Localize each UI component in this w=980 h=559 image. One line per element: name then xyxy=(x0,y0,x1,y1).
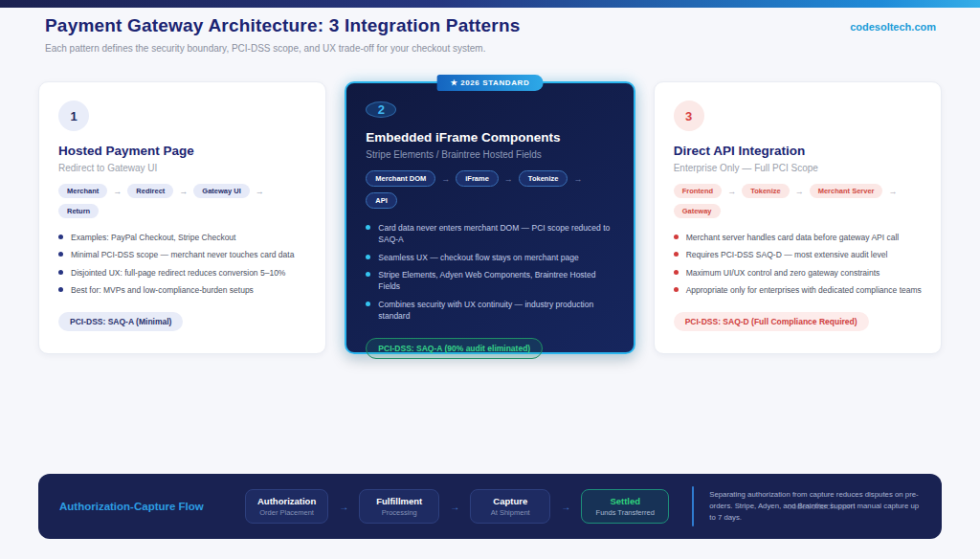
flow-chip: Merchant DOM xyxy=(366,170,435,187)
bullet-item: Maximum UI/UX control and zero gateway c… xyxy=(674,267,922,279)
compliance-badge: PCI-DSS: SAQ-D (Full Compliance Required… xyxy=(674,312,869,331)
bullet-dot xyxy=(366,272,370,277)
bullet-item: Examples: PayPal Checkout, Stripe Checko… xyxy=(58,232,306,243)
pattern-card-direct-api: 3 Direct API Integration Enterprise Only… xyxy=(654,81,942,354)
bullet-dot xyxy=(674,270,679,275)
bullet-list: Examples: PayPal Checkout, Stripe Checko… xyxy=(58,232,306,302)
bullet-text: Requires PCI-DSS SAQ-D — most extensive … xyxy=(686,249,888,260)
step-subtitle: Processing xyxy=(371,508,427,517)
header: Payment Gateway Architecture: 3 Integrat… xyxy=(45,15,936,54)
flow-chip: API xyxy=(366,192,397,209)
vertical-divider xyxy=(692,486,694,526)
bullet-item: Merchant server handles card data before… xyxy=(674,232,922,243)
flow-step-settled: Settled Funds Transferred xyxy=(581,489,669,524)
bullet-dot xyxy=(58,287,63,292)
bullet-text: Disjointed UX: full-page redirect reduce… xyxy=(71,267,285,279)
bullet-text: Examples: PayPal Checkout, Stripe Checko… xyxy=(71,232,235,243)
step-title: Fulfillment xyxy=(371,496,427,506)
bullet-item: Appropriate only for enterprises with de… xyxy=(674,284,922,296)
step-subtitle: Funds Transferred xyxy=(593,508,657,517)
card-number-badge: 2 xyxy=(366,101,396,118)
bullet-item: Minimal PCI-DSS scope — merchant never t… xyxy=(58,249,306,260)
arrow-icon: → xyxy=(113,187,122,196)
page: Payment Gateway Architecture: 3 Integrat… xyxy=(0,0,980,559)
flow-chip: iFrame xyxy=(456,170,499,187)
bullet-item: Stripe Elements, Adyen Web Components, B… xyxy=(366,269,613,293)
flow-chip-row: Frontend → Tokenize → Merchant Server → … xyxy=(674,184,922,218)
bullet-list: Merchant server handles card data before… xyxy=(674,232,922,302)
flow-chip: Tokenize xyxy=(742,184,790,198)
flow-chip-row: Merchant DOM → iFrame → Tokenize → API xyxy=(366,170,613,209)
bullet-text: Merchant server handles card data before… xyxy=(686,232,900,243)
flow-chip: Tokenize xyxy=(519,170,568,187)
flow-chip: Gateway UI xyxy=(193,184,249,198)
flow-bar-label: Authorization-Capture Flow xyxy=(59,501,230,512)
card-title: Embedded iFrame Components xyxy=(366,130,613,145)
bullet-text: Minimal PCI-DSS scope — merchant never t… xyxy=(71,249,294,260)
flow-step-authorization: Authorization Order Placement xyxy=(245,489,328,524)
card-number-badge: 1 xyxy=(58,101,89,131)
bullet-text: Stripe Elements, Adyen Web Components, B… xyxy=(378,269,613,293)
top-accent-bar xyxy=(0,0,980,8)
bullet-text: Combines security with UX continuity — i… xyxy=(378,299,613,323)
card-subtitle: Redirect to Gateway UI xyxy=(58,163,306,173)
compliance-badge: PCI-DSS: SAQ-A (90% audit eliminated) xyxy=(366,338,543,359)
bullet-text: Appropriate only for enterprises with de… xyxy=(686,284,922,296)
flow-note-wrap: Separating authorization from capture re… xyxy=(709,489,924,524)
arrow-icon: → xyxy=(179,187,188,196)
bullet-dot xyxy=(366,302,370,306)
bullet-item: Disjointed UX: full-page redirect reduce… xyxy=(58,267,306,279)
arrow-icon: → xyxy=(888,187,897,196)
bullet-text: Maximum UI/UX control and zero gateway c… xyxy=(686,267,880,279)
bullet-dot xyxy=(674,287,679,292)
flow-steps: Authorization Order Placement → Fulfillm… xyxy=(245,489,669,524)
pattern-card-hosted-payment-page: 1 Hosted Payment Page Redirect to Gatewa… xyxy=(38,81,326,354)
bullet-item: Requires PCI-DSS SAQ-D — most extensive … xyxy=(674,249,922,260)
arrow-icon: → xyxy=(561,502,570,512)
flow-chip: Frontend xyxy=(674,184,723,198)
bullet-dot xyxy=(366,255,370,259)
flow-note: Separating authorization from capture re… xyxy=(709,489,924,524)
card-subtitle: Enterprise Only — Full PCI Scope xyxy=(674,163,922,173)
flow-step-capture: Capture At Shipment xyxy=(470,489,550,524)
step-title: Authorization xyxy=(257,496,316,506)
step-title: Settled xyxy=(593,496,657,506)
pattern-card-embedded-iframe: ★ 2026 STANDARD 2 Embedded iFrame Compon… xyxy=(345,81,635,354)
page-title: Payment Gateway Architecture: 3 Integrat… xyxy=(45,15,936,36)
bullet-dot xyxy=(58,252,63,257)
step-subtitle: Order Placement xyxy=(257,508,316,517)
flow-chip: Gateway xyxy=(674,204,721,218)
authorization-capture-flow-bar: Authorization-Capture Flow Authorization… xyxy=(38,474,942,539)
bullet-dot xyxy=(674,252,679,257)
bullet-text: Seamless UX — checkout flow stays on mer… xyxy=(378,252,578,263)
bullet-text: Best for: MVPs and low-compliance-burden… xyxy=(71,284,254,296)
bullet-dot xyxy=(58,270,63,275)
arrow-icon: → xyxy=(504,174,513,184)
arrow-icon: → xyxy=(727,187,736,196)
brand-link[interactable]: codesoltech.com xyxy=(850,21,936,33)
bullet-item: Card data never enters merchant DOM — PC… xyxy=(366,222,613,246)
bullet-item: Seamless UX — checkout flow stays on mer… xyxy=(366,252,613,263)
bullet-item: Combines security with UX continuity — i… xyxy=(366,299,613,323)
bullet-item: Best for: MVPs and low-compliance-burden… xyxy=(58,284,306,296)
card-subtitle: Stripe Elements / Braintree Hosted Field… xyxy=(366,149,613,160)
arrow-icon: → xyxy=(450,502,459,512)
standard-badge: ★ 2026 STANDARD xyxy=(437,75,544,91)
pattern-cards: 1 Hosted Payment Page Redirect to Gatewa… xyxy=(38,81,942,354)
bullet-text: Card data never enters merchant DOM — PC… xyxy=(378,222,613,246)
arrow-icon: → xyxy=(339,502,348,512)
arrow-icon: → xyxy=(441,174,450,184)
step-title: Capture xyxy=(482,496,538,506)
bullet-dot xyxy=(58,235,63,239)
arrow-icon: → xyxy=(256,187,264,196)
page-subtitle: Each pattern defines the security bounda… xyxy=(45,43,936,54)
card-number-badge: 3 xyxy=(674,101,704,131)
bullet-list: Card data never enters merchant DOM — PC… xyxy=(366,222,613,327)
card-title: Direct API Integration xyxy=(674,144,922,158)
card-title: Hosted Payment Page xyxy=(58,144,306,158)
bullet-dot xyxy=(674,235,679,239)
flow-chip: Return xyxy=(58,204,99,218)
flow-chip: Merchant Server xyxy=(810,184,883,198)
flow-chip-row: Merchant → Redirect → Gateway UI → Retur… xyxy=(58,184,306,218)
arrow-icon: → xyxy=(795,187,804,196)
